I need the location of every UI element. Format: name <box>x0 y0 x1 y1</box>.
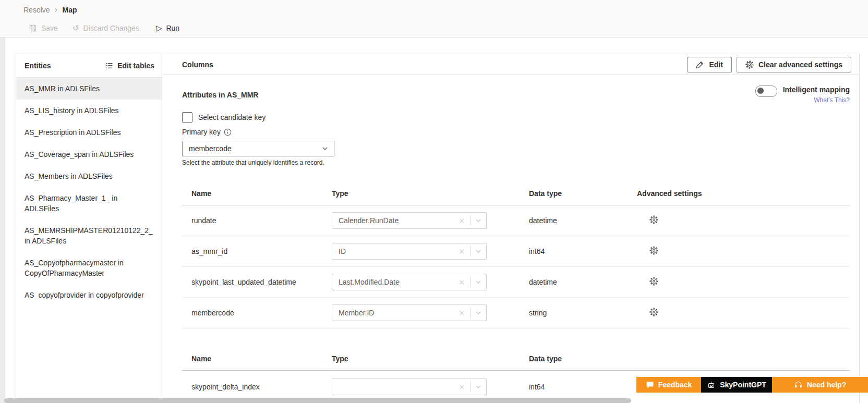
chevron-down-icon[interactable] <box>471 384 486 390</box>
data-type-value: string <box>529 309 637 317</box>
entity-item-label: AS_Prescription in ADLSFiles <box>25 128 120 137</box>
type-combobox[interactable]: Last.Modified.Date <box>332 274 487 290</box>
clear-x-icon[interactable] <box>454 279 470 285</box>
intelligent-mapping-label: Intelligent mapping <box>783 86 850 94</box>
attribute-row: as_mmr_id ID int64 <box>182 236 850 267</box>
attribute-table: Name Type Data type Advanced settings ru… <box>182 182 850 328</box>
run-button[interactable]: ▷ Run <box>156 24 179 32</box>
attribute-name: skypoint_last_updated_datetime <box>182 278 332 286</box>
entities-sidebar: Entities Edit tables AS_MMR in ADLSFiles… <box>16 54 162 403</box>
attribute-row: skypoint_last_updated_datetime Last.Modi… <box>182 267 850 298</box>
columns-title: Columns <box>182 60 213 69</box>
skypointgpt-button[interactable]: SkyPointGPT <box>701 377 772 393</box>
entity-item[interactable]: AS_Coverage_span in ADLSFiles <box>16 143 162 165</box>
headset-icon <box>794 381 803 389</box>
entity-item-label: AS_MMR in ADLSFiles <box>25 84 100 93</box>
attribute-name: skypoint_delta_index <box>182 383 332 391</box>
entity-item[interactable]: AS_Pharmacy_Master_1_ in ADLSFiles <box>16 187 162 219</box>
toggle-knob <box>757 88 764 94</box>
entity-item-label: AS_Pharmacy_Master_1_ in ADLSFiles <box>25 194 117 213</box>
primary-key-dropdown[interactable]: membercode <box>182 141 334 156</box>
entity-item[interactable]: AS_MMR in ADLSFiles <box>16 78 162 100</box>
edit-button[interactable]: Edit <box>687 57 731 72</box>
column-header-name: Name <box>182 189 332 198</box>
attributes-panel-body: Attributes in AS_MMR Intelligent mapping… <box>162 75 859 403</box>
gear-icon[interactable] <box>649 246 658 255</box>
entity-item[interactable]: AS_Prescription in ADLSFiles <box>16 121 162 143</box>
play-icon: ▷ <box>156 25 162 32</box>
columns-panel: Columns Edit <box>162 54 859 403</box>
info-icon[interactable] <box>224 128 232 136</box>
clear-advanced-settings-button[interactable]: Clear advanced settings <box>737 57 851 72</box>
breadcrumb-chevron-icon: › <box>55 5 58 15</box>
footer-buttons: Feedback SkyPointGPT Need help? <box>636 377 868 393</box>
type-combobox[interactable] <box>332 378 487 395</box>
map-card: Entities Edit tables AS_MMR in ADLSFiles… <box>16 54 860 403</box>
type-combobox[interactable]: ID <box>332 243 487 260</box>
entity-item[interactable]: AS_Members in ADLSFiles <box>16 165 162 187</box>
attribute-table-body: rundate Calender.RunDate datetime <box>182 205 850 328</box>
entity-item[interactable]: AS_MEMRSHIPMASTER01210122_2_ in ADLSFile… <box>16 219 162 252</box>
clear-x-icon[interactable] <box>454 384 470 390</box>
chevron-down-icon[interactable] <box>471 217 486 224</box>
column-header-type: Type <box>332 189 529 198</box>
column-header-data-type: Data type <box>529 189 637 198</box>
candidate-key-checkbox[interactable] <box>182 112 192 123</box>
advanced-settings-cell <box>637 246 850 257</box>
chevron-down-icon <box>322 145 328 152</box>
gear-icon[interactable] <box>649 215 658 224</box>
edit-tables-button[interactable]: Edit tables <box>105 62 154 70</box>
chevron-down-icon[interactable] <box>471 248 486 254</box>
system-table-header: Name Type Data type <box>182 347 850 371</box>
entity-item[interactable]: AS_LIS_history in ADLSFiles <box>16 100 162 121</box>
intelligent-mapping-toggle[interactable] <box>755 86 777 97</box>
entity-item-label: AS_Copyofpharmacymaster in CopyOfPharmac… <box>25 259 124 277</box>
data-type-value: int64 <box>529 247 637 255</box>
gear-icon[interactable] <box>649 277 658 286</box>
advanced-settings-cell <box>637 215 850 226</box>
advanced-settings-cell <box>637 277 850 287</box>
clear-advanced-settings-label: Clear advanced settings <box>758 60 842 69</box>
entity-item-label: AS_Coverage_span in ADLSFiles <box>25 150 134 158</box>
run-label: Run <box>166 24 179 32</box>
edit-tables-label: Edit tables <box>117 62 154 70</box>
command-bar: Save ↺ Discard Changes ▷ Run <box>29 21 179 35</box>
discard-changes-button[interactable]: ↺ Discard Changes <box>73 24 139 32</box>
columns-header-buttons: Edit Clear advanced settings <box>687 57 851 72</box>
columns-header: Columns Edit <box>162 54 859 75</box>
data-type-value: int64 <box>529 383 637 391</box>
horizontal-scrollbar-thumb[interactable] <box>4 398 631 403</box>
clear-x-icon[interactable] <box>454 249 470 254</box>
type-combobox[interactable]: Member.ID <box>332 304 487 321</box>
type-combobox-value: Member.ID <box>332 309 454 317</box>
gear-icon[interactable] <box>649 308 658 316</box>
primary-key-label: Primary key <box>182 128 221 137</box>
entity-item[interactable]: AS_copyofprovider in copyofprovider <box>16 284 162 306</box>
attribute-row: membercode Member.ID string <box>182 298 850 328</box>
primary-key-description: Select the attribute that uniquely ident… <box>182 159 850 166</box>
candidate-key-row: Select candidate key <box>182 112 850 123</box>
entity-item-label: AS_copyofprovider in copyofprovider <box>25 291 144 299</box>
clear-x-icon[interactable] <box>454 310 470 316</box>
entity-item-label: AS_MEMRSHIPMASTER01210122_2_ in ADLSFile… <box>25 226 153 245</box>
chevron-down-icon[interactable] <box>471 310 486 316</box>
clear-x-icon[interactable] <box>454 218 470 224</box>
chevron-down-icon[interactable] <box>471 279 486 285</box>
system-attribute-table: Name Type Data type skypoint_delta_index… <box>182 347 850 403</box>
topbar: Resolve › Map Save ↺ Discard Changes ▷ R… <box>0 0 868 38</box>
intelligent-mapping-text: Intelligent mapping What's This? <box>783 86 850 104</box>
breadcrumb-resolve[interactable]: Resolve <box>23 6 50 14</box>
feedback-button[interactable]: Feedback <box>636 377 701 393</box>
primary-key-label-row: Primary key <box>182 128 850 137</box>
speech-bubble-icon <box>646 381 654 389</box>
column-header-type: Type <box>332 355 529 363</box>
entity-item[interactable]: AS_Copyofpharmacymaster in CopyOfPharmac… <box>16 252 162 284</box>
whats-this-link[interactable]: What's This? <box>814 96 850 104</box>
need-help-button[interactable]: Need help? <box>772 377 868 393</box>
data-type-value: datetime <box>529 278 637 286</box>
type-combobox-value: Last.Modified.Date <box>332 278 454 286</box>
type-combobox[interactable]: Calender.RunDate <box>332 212 487 229</box>
attribute-name: membercode <box>182 309 332 317</box>
attribute-name: as_mmr_id <box>182 247 332 255</box>
save-button[interactable]: Save <box>29 24 58 32</box>
